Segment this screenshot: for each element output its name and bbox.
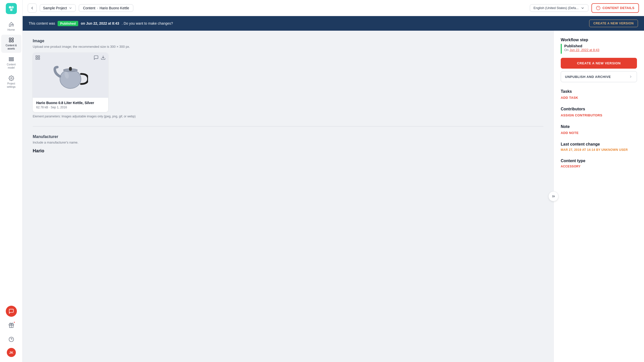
- comment-icon[interactable]: [94, 55, 99, 60]
- svg-rect-9: [9, 60, 13, 61]
- right-panel: Workflow step Published On Jun 22, 2022 …: [553, 31, 644, 362]
- help-button[interactable]: [6, 334, 17, 345]
- last-change-section: Last content change MAR 27, 2019 AT 14:1…: [561, 142, 637, 152]
- svg-rect-19: [38, 56, 40, 57]
- download-icon[interactable]: [101, 55, 106, 60]
- app-logo[interactable]: [6, 3, 17, 14]
- svg-rect-3: [9, 38, 11, 39]
- published-banner: This content was Published on Jun 22, 20…: [23, 16, 644, 31]
- workflow-bar: [561, 44, 562, 54]
- svg-rect-6: [12, 40, 13, 42]
- content-body: Image Upload one product image; the reco…: [23, 31, 644, 362]
- sidebar-item-content-assets[interactable]: Content & assets: [1, 35, 21, 53]
- svg-rect-18: [36, 56, 37, 57]
- svg-point-10: [11, 77, 12, 79]
- svg-rect-8: [9, 59, 13, 60]
- workflow-info: Published On Jun 22, 2022 at 8:43: [564, 44, 599, 52]
- image-section: Image Upload one product image; the reco…: [33, 39, 543, 118]
- main-content-area: Image Upload one product image; the reco…: [23, 31, 553, 362]
- assign-contributors-link[interactable]: ASSIGN CONTRIBUTORS: [561, 113, 602, 117]
- contributors-section: Contributors ASSIGN CONTRIBUTORS: [561, 107, 637, 117]
- info-icon: [596, 6, 600, 10]
- manufacturer-desc: Include a manufacturer's name.: [33, 141, 543, 144]
- svg-rect-4: [12, 38, 13, 39]
- sidebar-item-home[interactable]: Home: [1, 19, 21, 34]
- image-card-toolbar: [35, 55, 106, 60]
- sidebar: Home Content & assets Content model Proj…: [0, 0, 23, 362]
- sidebar-item-content-model[interactable]: Content model: [1, 54, 21, 72]
- workflow-title: Workflow step: [561, 38, 637, 42]
- manufacturer-section: Manufacturer Include a manufacturer's na…: [33, 134, 543, 154]
- project-selector[interactable]: Sample Project: [40, 4, 76, 12]
- manufacturer-label: Manufacturer: [33, 134, 543, 139]
- element-params: Element parameters: Images adjustable im…: [33, 115, 543, 118]
- workflow-status: Published On Jun 22, 2022 at 8:43: [561, 44, 637, 54]
- status-label: Published: [564, 44, 599, 48]
- svg-point-23: [60, 69, 81, 88]
- manufacturer-value: Hario: [33, 148, 543, 154]
- gift-button[interactable]: [6, 320, 17, 331]
- user-avatar[interactable]: JK: [7, 348, 16, 357]
- status-date-link[interactable]: Jun 22, 2022 at 8:43: [570, 48, 599, 52]
- add-task-link[interactable]: ADD TASK: [561, 96, 578, 100]
- topbar: Sample Project Content › Hario Buono Ket…: [23, 0, 644, 16]
- image-card-info: Hario Buono 0.8 Liter Kettle, Silver 62.…: [33, 98, 108, 112]
- tasks-section: Tasks ADD TASK: [561, 89, 637, 100]
- content-type-section: Content type ACCESSORY: [561, 159, 637, 168]
- svg-rect-21: [38, 58, 40, 60]
- tasks-title: Tasks: [561, 89, 637, 94]
- image-meta: 62.78 kB · Sep 1, 2016: [36, 106, 105, 109]
- content-details-button[interactable]: CONTENT DETAILS: [591, 3, 639, 13]
- note-section: Note ADD NOTE: [561, 124, 637, 135]
- note-title: Note: [561, 124, 637, 129]
- last-change-title: Last content change: [561, 142, 637, 147]
- last-change-value: MAR 27, 2019 AT 14:14 BY UNKNOWN USER: [561, 148, 637, 152]
- svg-rect-25: [69, 67, 72, 71]
- breadcrumb: Content › Hario Buono Kettle: [79, 4, 133, 12]
- panel-toggle-button[interactable]: [548, 191, 558, 201]
- image-actions: [94, 55, 106, 60]
- svg-point-2: [10, 9, 13, 11]
- svg-point-0: [9, 6, 11, 9]
- contributors-title: Contributors: [561, 107, 637, 111]
- grid-icon[interactable]: [35, 55, 40, 60]
- svg-rect-5: [9, 40, 11, 42]
- content-type-value: ACCESSORY: [561, 165, 637, 168]
- image-section-label: Image: [33, 39, 543, 43]
- svg-rect-7: [9, 58, 13, 58]
- section-divider: [33, 126, 543, 126]
- unpublish-archive-button[interactable]: UNPUBLISH AND ARCHIVE: [561, 71, 637, 82]
- image-section-desc: Upload one product image; the recommende…: [33, 45, 543, 49]
- language-selector[interactable]: English (United States) (Defa...: [530, 4, 588, 12]
- sidebar-item-project-settings[interactable]: Project settings: [1, 73, 21, 91]
- published-badge: Published: [58, 21, 78, 26]
- create-new-version-button[interactable]: CREATE A NEW VERSION: [561, 58, 637, 69]
- chat-button[interactable]: [6, 306, 17, 317]
- add-note-link[interactable]: ADD NOTE: [561, 131, 579, 135]
- main-area: Sample Project Content › Hario Buono Ket…: [23, 0, 644, 362]
- status-date: On Jun 22, 2022 at 8:43: [564, 48, 599, 52]
- create-version-banner-button[interactable]: CREATE A NEW VERSION: [589, 20, 638, 27]
- svg-rect-20: [36, 58, 37, 60]
- workflow-section: Workflow step Published On Jun 22, 2022 …: [561, 38, 637, 82]
- gift-badge: [13, 321, 15, 323]
- image-card: Hario Buono 0.8 Liter Kettle, Silver 62.…: [33, 53, 108, 112]
- image-title: Hario Buono 0.8 Liter Kettle, Silver: [36, 101, 105, 105]
- chevron-right-icon: [629, 75, 633, 79]
- content-type-title: Content type: [561, 159, 637, 163]
- back-button[interactable]: [28, 4, 37, 13]
- svg-point-1: [11, 6, 14, 9]
